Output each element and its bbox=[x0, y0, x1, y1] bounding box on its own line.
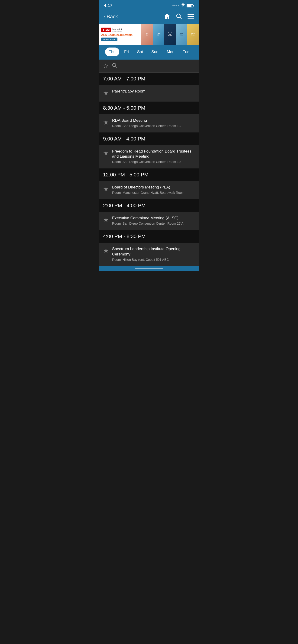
event-room-5-0: Room: Hilton Bayfront, Cobalt 501 ABC bbox=[112, 258, 195, 262]
time-text-4: 2:00 PM - 4:00 PM bbox=[103, 202, 146, 208]
banner-left: TCM free spirit PUBLISHING ALA Booth 264… bbox=[99, 24, 141, 45]
nav-right-icons bbox=[164, 13, 194, 20]
svg-rect-4 bbox=[187, 18, 194, 18]
event-room-3-0: Room: Manchester Grand Hyatt, Boardwalk … bbox=[112, 191, 195, 194]
event-row-1-0[interactable]: ★RDA Board MeetingRoom: San Diego Conven… bbox=[99, 114, 199, 132]
menu-icon[interactable] bbox=[187, 14, 194, 20]
time-header-0: 7:00 AM - 7:00 PM bbox=[99, 72, 199, 85]
banner-books: ThisCat OneMe ThankYouNight QuietVoice M… bbox=[141, 24, 199, 45]
event-star-1-0[interactable]: ★ bbox=[103, 118, 109, 126]
event-room-1-0: Room: San Diego Convention Center, Room … bbox=[112, 124, 195, 128]
event-row-0-0[interactable]: ★Parent/Baby Room bbox=[99, 85, 199, 102]
schedule-content: 7:00 AM - 7:00 PM★Parent/Baby Room8:30 A… bbox=[99, 72, 199, 266]
event-info-5-0: Spectrum Leadership Institute Opening Ce… bbox=[112, 246, 195, 261]
time-header-5: 4:00 PM - 8:30 PM bbox=[99, 230, 199, 243]
book-cover-4: QuietVoice bbox=[176, 24, 187, 45]
event-title-0-0: Parent/Baby Room bbox=[112, 89, 195, 94]
event-title-3-0: Board of Directors Meeting (PLA) bbox=[112, 185, 195, 190]
tab-mon[interactable]: Mon bbox=[163, 48, 178, 56]
publisher-sub: PUBLISHING bbox=[112, 30, 122, 32]
back-chevron-icon: ‹ bbox=[104, 14, 106, 20]
tab-tue[interactable]: Tue bbox=[179, 48, 193, 56]
book-cover-2: OneMe bbox=[153, 24, 164, 45]
tab-thu[interactable]: Thu bbox=[105, 48, 119, 56]
svg-rect-2 bbox=[187, 14, 194, 15]
banner-title: ALA Booth 2648 Events bbox=[101, 34, 133, 37]
banner-ad[interactable]: TCM free spirit PUBLISHING ALA Booth 264… bbox=[99, 24, 199, 45]
book-cover-3: ThankYouNight bbox=[164, 24, 176, 45]
event-title-2-0: Freedom to Read Foundation Board Trustee… bbox=[112, 149, 195, 159]
scroll-bar bbox=[135, 268, 163, 269]
event-info-1-0: RDA Board MeetingRoom: San Diego Convent… bbox=[112, 118, 195, 128]
time-text-3: 12:00 PM - 5:00 PM bbox=[103, 172, 149, 178]
tcm-logo: TCM bbox=[101, 28, 111, 32]
filter-bar: ☆ bbox=[99, 60, 199, 72]
time-header-3: 12:00 PM - 5:00 PM bbox=[99, 168, 199, 181]
time-text-5: 4:00 PM - 8:30 PM bbox=[103, 234, 146, 239]
back-button[interactable]: ‹ Back bbox=[104, 14, 118, 20]
home-icon[interactable] bbox=[164, 13, 170, 20]
wifi-icon bbox=[181, 4, 185, 8]
event-star-5-0[interactable]: ★ bbox=[103, 247, 109, 254]
publisher-name: free spirit bbox=[112, 28, 122, 30]
event-row-3-0[interactable]: ★Board of Directors Meeting (PLA)Room: M… bbox=[99, 181, 199, 199]
scroll-indicator bbox=[99, 266, 199, 271]
time-header-4: 2:00 PM - 4:00 PM bbox=[99, 199, 199, 212]
event-info-4-0: Executive Committee Meeting (ALSC)Room: … bbox=[112, 216, 195, 225]
event-room-4-0: Room: San Diego Convention Center, Room … bbox=[112, 222, 195, 225]
tab-sun[interactable]: Sun bbox=[148, 48, 162, 56]
event-row-4-0[interactable]: ★Executive Committee Meeting (ALSC)Room:… bbox=[99, 212, 199, 230]
event-star-0-0[interactable]: ★ bbox=[103, 89, 109, 97]
favorites-filter-icon[interactable]: ☆ bbox=[103, 62, 108, 70]
tab-sat[interactable]: Sat bbox=[134, 48, 147, 56]
event-star-2-0[interactable]: ★ bbox=[103, 149, 109, 157]
time-header-2: 9:00 AM - 4:00 PM bbox=[99, 132, 199, 145]
time-text-2: 9:00 AM - 4:00 PM bbox=[103, 136, 145, 142]
filter-search-icon[interactable] bbox=[112, 63, 117, 69]
battery-icon bbox=[187, 4, 194, 8]
time-header-1: 8:30 AM - 5:00 PM bbox=[99, 102, 199, 114]
time-text-0: 7:00 AM - 7:00 PM bbox=[103, 76, 145, 82]
svg-line-6 bbox=[116, 66, 117, 68]
event-title-1-0: RDA Board Meeting bbox=[112, 118, 195, 123]
status-bar: 4:17 bbox=[99, 0, 199, 10]
svg-rect-3 bbox=[187, 16, 194, 17]
day-tabs: Thu Fri Sat Sun Mon Tue bbox=[99, 45, 199, 60]
time-text-1: 8:30 AM - 5:00 PM bbox=[103, 105, 145, 111]
search-icon[interactable] bbox=[176, 13, 182, 20]
event-title-5-0: Spectrum Leadership Institute Opening Ce… bbox=[112, 246, 195, 257]
event-info-3-0: Board of Directors Meeting (PLA)Room: Ma… bbox=[112, 185, 195, 194]
signal-icon bbox=[172, 5, 179, 6]
event-row-5-0[interactable]: ★Spectrum Leadership Institute Opening C… bbox=[99, 243, 199, 266]
event-info-2-0: Freedom to Read Foundation Board Trustee… bbox=[112, 149, 195, 164]
svg-line-1 bbox=[180, 17, 181, 19]
event-star-4-0[interactable]: ★ bbox=[103, 216, 109, 224]
book-cover-1: ThisCat bbox=[141, 24, 153, 45]
event-title-4-0: Executive Committee Meeting (ALSC) bbox=[112, 216, 195, 221]
status-time: 4:17 bbox=[104, 3, 112, 8]
event-row-2-0[interactable]: ★Freedom to Read Foundation Board Truste… bbox=[99, 145, 199, 168]
event-star-3-0[interactable]: ★ bbox=[103, 185, 109, 193]
event-room-2-0: Room: San Diego Convention Center, Room … bbox=[112, 160, 195, 164]
back-label: Back bbox=[107, 14, 118, 20]
svg-point-0 bbox=[177, 14, 180, 18]
book-cover-5: MessyTime bbox=[187, 24, 199, 45]
learn-more-button[interactable]: LEARN MORE bbox=[101, 38, 117, 41]
svg-point-5 bbox=[113, 63, 116, 66]
status-icons bbox=[172, 4, 194, 8]
nav-bar: ‹ Back bbox=[99, 10, 199, 24]
event-info-0-0: Parent/Baby Room bbox=[112, 89, 195, 95]
tab-fri[interactable]: Fri bbox=[121, 48, 132, 56]
